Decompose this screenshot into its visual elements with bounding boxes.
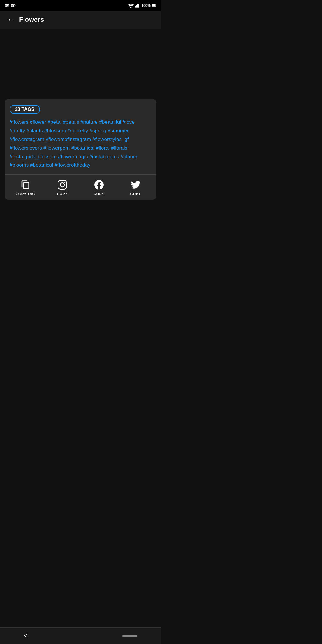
action-buttons-row: COPY TAG COPY COPY	[5, 175, 156, 200]
content-placeholder	[5, 35, 156, 94]
tags-card: 28 TAGS #flowers #flower #petal #petals …	[5, 99, 156, 200]
signal-icon	[135, 4, 140, 8]
battery-level: 100%	[141, 4, 151, 8]
page-title: Flowers	[19, 16, 44, 24]
svg-rect-2	[136, 5, 137, 8]
instagram-icon	[57, 179, 68, 190]
copy-facebook-label: COPY	[93, 192, 104, 196]
back-button[interactable]: ←	[5, 14, 17, 26]
copy-twitter-label: COPY	[130, 192, 141, 196]
tags-count-label: 28 TAGS	[15, 107, 35, 112]
tags-badge: 28 TAGS	[10, 105, 40, 114]
copy-instagram-button[interactable]: COPY	[44, 179, 80, 196]
copy-tag-label: COPY TAG	[16, 192, 35, 196]
copy-instagram-label: COPY	[57, 192, 67, 196]
status-icons: 100%	[128, 4, 156, 8]
card-body: 28 TAGS #flowers #flower #petal #petals …	[5, 99, 156, 174]
twitter-icon	[130, 179, 141, 190]
back-arrow-icon: ←	[7, 16, 14, 24]
copy-twitter-button[interactable]: COPY	[117, 179, 154, 196]
status-time: 09:00	[5, 3, 16, 8]
copy-facebook-button[interactable]: COPY	[80, 179, 117, 196]
app-bar: ← Flowers	[0, 11, 161, 29]
svg-rect-1	[135, 6, 136, 7]
battery-icon	[152, 4, 156, 7]
svg-rect-6	[152, 5, 155, 7]
facebook-icon	[94, 179, 104, 190]
wifi-icon	[128, 4, 134, 8]
copy-tag-icon	[20, 179, 31, 190]
status-bar: 09:00 100%	[0, 0, 161, 11]
hashtags-text: #flowers #flower #petal #petals #nature …	[10, 118, 151, 170]
svg-point-0	[130, 7, 132, 8]
svg-rect-3	[137, 4, 138, 8]
svg-rect-7	[156, 5, 156, 6]
copy-tag-button[interactable]: COPY TAG	[7, 179, 44, 196]
main-content: 28 TAGS #flowers #flower #petal #petals …	[0, 29, 161, 206]
svg-rect-4	[138, 4, 139, 7]
